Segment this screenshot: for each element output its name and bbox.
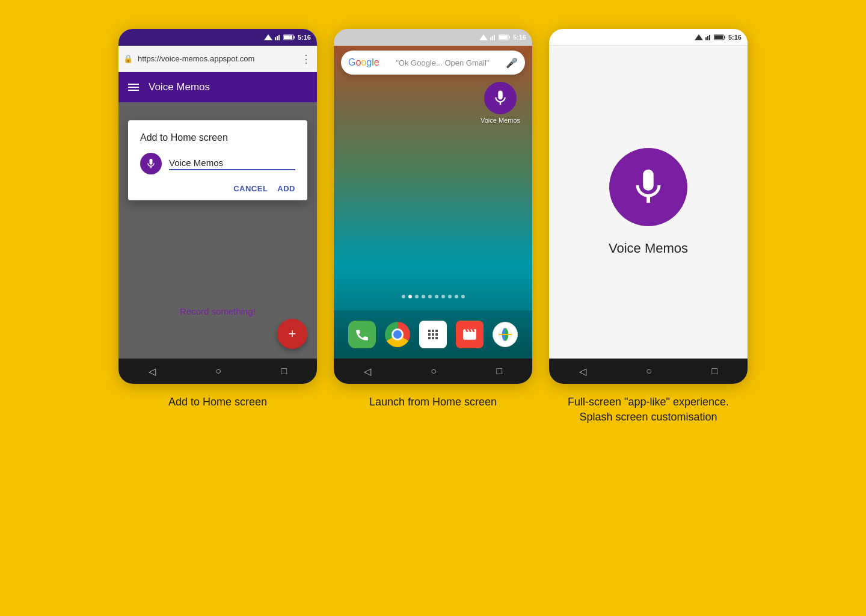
home-button2[interactable]: ○ bbox=[431, 366, 437, 377]
recent-button[interactable]: □ bbox=[281, 366, 287, 377]
mic-home-icon bbox=[491, 89, 509, 107]
svg-rect-18 bbox=[709, 35, 710, 40]
phone2-status-content: 5:16 bbox=[479, 34, 526, 41]
dock-phone-icon[interactable] bbox=[348, 321, 376, 348]
battery-icon3 bbox=[714, 34, 726, 40]
signal-bars-icon bbox=[275, 34, 281, 40]
cancel-button[interactable]: CANCEL bbox=[233, 184, 268, 193]
svg-marker-7 bbox=[479, 34, 488, 40]
dock-apps-icon[interactable] bbox=[419, 321, 447, 348]
dot-3 bbox=[415, 295, 419, 298]
phone1-status-bar: 5:16 bbox=[118, 29, 317, 46]
microphone-svg bbox=[145, 158, 157, 170]
phone1-wrapper: 5:16 🔒 https://voice-memos.appspot.com ⋮… bbox=[118, 29, 317, 410]
phone2-wrapper: 5:16 Google "Ok Google... Open Gmail" 🎤 bbox=[334, 29, 532, 410]
phone1-main: Add to Home screen CANCEL ADD bbox=[118, 102, 317, 359]
lock-icon: 🔒 bbox=[123, 54, 133, 63]
battery-icon2 bbox=[499, 34, 511, 40]
phone1-time: 5:16 bbox=[298, 34, 311, 41]
video-svg bbox=[462, 327, 478, 342]
dot-9 bbox=[455, 295, 458, 298]
mic-icon-small bbox=[140, 153, 162, 174]
battery-icon bbox=[283, 34, 295, 40]
dot-2 bbox=[408, 295, 412, 298]
back-button2[interactable]: ◁ bbox=[364, 366, 371, 377]
dialog-input-row bbox=[140, 153, 295, 174]
phone2: 5:16 Google "Ok Google... Open Gmail" 🎤 bbox=[334, 29, 532, 384]
back-button[interactable]: ◁ bbox=[149, 366, 156, 377]
dot-10 bbox=[461, 295, 465, 298]
dot-7 bbox=[441, 295, 445, 298]
signal-icon2 bbox=[479, 34, 488, 40]
dock-photos-icon[interactable] bbox=[493, 322, 518, 347]
phone3-nav-bar: ◁ ○ □ bbox=[549, 359, 748, 384]
svg-rect-12 bbox=[499, 35, 508, 39]
add-button[interactable]: ADD bbox=[277, 184, 295, 193]
signal-bars-icon3 bbox=[705, 34, 711, 40]
add-to-home-dialog: Add to Home screen CANCEL ADD bbox=[128, 120, 307, 200]
dot-1 bbox=[402, 295, 405, 298]
svg-rect-5 bbox=[284, 35, 292, 39]
app-name-input[interactable] bbox=[169, 158, 295, 170]
dot-8 bbox=[448, 295, 452, 298]
back-button3[interactable]: ◁ bbox=[579, 366, 586, 377]
fab-button[interactable]: + bbox=[277, 319, 307, 349]
big-mic-svg bbox=[627, 166, 669, 208]
record-text: Record something! bbox=[118, 306, 317, 316]
dock-chrome-icon[interactable] bbox=[385, 322, 410, 347]
dot-5 bbox=[428, 295, 432, 298]
plus-icon: + bbox=[289, 327, 296, 340]
home-app-label: Voice Memos bbox=[481, 117, 520, 124]
svg-rect-2 bbox=[277, 36, 278, 40]
phone3-splash-main: Voice Memos bbox=[549, 46, 748, 359]
svg-rect-8 bbox=[490, 37, 491, 40]
google-hint: "Ok Google... Open Gmail" bbox=[384, 58, 501, 67]
recent-button3[interactable]: □ bbox=[712, 366, 718, 377]
home-button[interactable]: ○ bbox=[215, 366, 221, 377]
phone1: 5:16 🔒 https://voice-memos.appspot.com ⋮… bbox=[118, 29, 317, 384]
google-mic-icon[interactable]: 🎤 bbox=[506, 57, 518, 69]
phone2-main: Google "Ok Google... Open Gmail" 🎤 Voice… bbox=[334, 46, 532, 359]
svg-rect-17 bbox=[707, 36, 708, 40]
hamburger-icon[interactable] bbox=[128, 84, 139, 91]
splash-app-name: Voice Memos bbox=[609, 241, 688, 256]
phone2-nav-bar: ◁ ○ □ bbox=[334, 359, 532, 384]
phone3: 5:16 Voice Memos ◁ ○ □ bbox=[549, 29, 748, 384]
phone1-status-content: 5:16 bbox=[264, 34, 311, 41]
home-button3[interactable]: ○ bbox=[646, 366, 652, 377]
svg-rect-10 bbox=[494, 35, 495, 40]
phone1-caption: Add to Home screen bbox=[168, 395, 267, 410]
phone1-nav-bar: ◁ ○ □ bbox=[118, 359, 317, 384]
dialog-title: Add to Home screen bbox=[140, 132, 295, 143]
phone3-status-bar: 5:16 bbox=[549, 29, 748, 46]
phone2-time: 5:16 bbox=[513, 34, 526, 41]
dock-video-icon[interactable] bbox=[456, 321, 484, 348]
google-search-bar[interactable]: Google "Ok Google... Open Gmail" 🎤 bbox=[341, 51, 525, 75]
recent-button2[interactable]: □ bbox=[497, 366, 503, 377]
phone3-time: 5:16 bbox=[728, 34, 742, 41]
svg-rect-6 bbox=[293, 36, 295, 38]
big-mic-circle bbox=[609, 148, 687, 226]
svg-rect-20 bbox=[714, 35, 723, 39]
dot-4 bbox=[422, 295, 425, 298]
home-app-circle bbox=[484, 82, 517, 114]
phone1-chrome-bar: 🔒 https://voice-memos.appspot.com ⋮ bbox=[118, 46, 317, 72]
svg-marker-0 bbox=[264, 34, 272, 40]
home-screen-voice-memos[interactable]: Voice Memos bbox=[481, 82, 520, 124]
more-options-icon[interactable]: ⋮ bbox=[301, 52, 312, 66]
svg-marker-15 bbox=[695, 34, 703, 40]
svg-rect-16 bbox=[705, 37, 707, 40]
photos-svg bbox=[497, 327, 513, 342]
phone3-wrapper: 5:16 Voice Memos ◁ ○ □ Full-screen "app-… bbox=[549, 29, 748, 425]
svg-rect-13 bbox=[509, 36, 510, 38]
phone2-status-bar: 5:16 bbox=[334, 29, 532, 46]
signal-icon bbox=[264, 34, 272, 40]
dialog-actions: CANCEL ADD bbox=[140, 184, 295, 193]
svg-rect-3 bbox=[278, 35, 280, 40]
google-logo: Google bbox=[348, 57, 379, 68]
apps-svg bbox=[426, 327, 440, 342]
phones-row: 5:16 🔒 https://voice-memos.appspot.com ⋮… bbox=[118, 29, 748, 425]
phone3-status-content: 5:16 bbox=[695, 34, 742, 41]
phone3-caption: Full-screen "app-like" experience.Splash… bbox=[568, 395, 729, 425]
phone1-app-title: Voice Memos bbox=[149, 81, 210, 93]
